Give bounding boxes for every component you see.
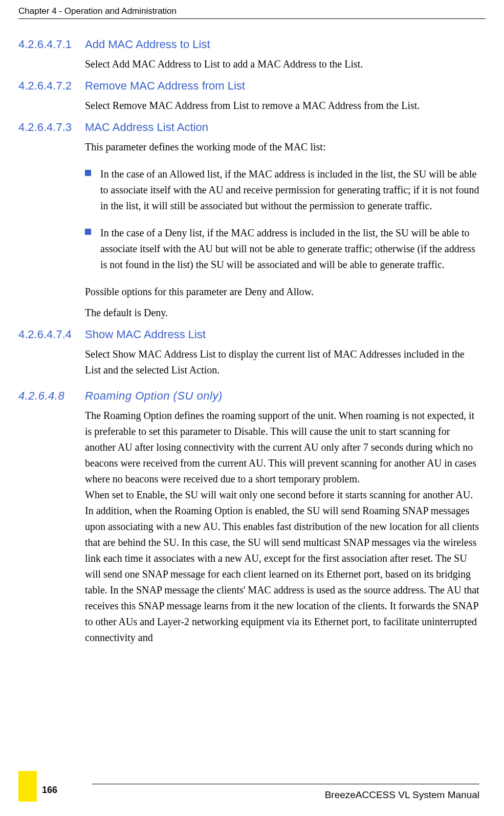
body-paragraph: The Roaming Option defines the roaming s…	[85, 408, 479, 646]
section-heading-1: 4.2.6.4.7.1 Add MAC Address to List	[18, 38, 479, 51]
body-paragraph: Select Add MAC Address to List to add a …	[85, 56, 479, 72]
section-number: 4.2.6.4.7.3	[18, 121, 85, 134]
section-heading-2: 4.2.6.4.7.2 Remove MAC Address from List	[18, 79, 479, 93]
square-bullet-icon	[85, 170, 91, 176]
chapter-header: Chapter 4 - Operation and Administration	[18, 6, 486, 16]
header-rule	[18, 18, 486, 19]
square-bullet-icon	[85, 229, 91, 235]
list-text: In the case of a Deny list, if the MAC a…	[100, 225, 479, 273]
section-title: MAC Address List Action	[85, 121, 208, 134]
list-item: In the case of a Deny list, if the MAC a…	[85, 225, 479, 273]
section-number: 4.2.6.4.7.2	[18, 79, 85, 93]
body-paragraph: Select Remove MAC Address from List to r…	[85, 98, 479, 114]
page-marker-box	[18, 771, 37, 802]
body-paragraph: This parameter defines the working mode …	[85, 139, 479, 155]
section-title: Add MAC Address to List	[85, 38, 210, 51]
section-heading-3: 4.2.6.4.7.3 MAC Address List Action	[18, 121, 479, 134]
section-title: Roaming Option (SU only)	[85, 389, 223, 403]
body-paragraph: Possible options for this parameter are …	[85, 284, 479, 300]
manual-title: BreezeACCESS VL System Manual	[0, 789, 479, 801]
page-number: 166	[42, 785, 57, 796]
body-paragraph: Select Show MAC Address List to display …	[85, 346, 479, 378]
section-title: Remove MAC Address from List	[85, 79, 245, 93]
section-title: Show MAC Address List	[85, 328, 206, 341]
list-item: In the case of an Allowed list, if the M…	[85, 166, 479, 214]
section-heading-5: 4.2.6.4.8 Roaming Option (SU only)	[18, 389, 479, 403]
list-text: In the case of an Allowed list, if the M…	[100, 166, 479, 214]
section-number: 4.2.6.4.7.4	[18, 328, 85, 341]
section-number: 4.2.6.4.8	[18, 389, 85, 403]
section-number: 4.2.6.4.7.1	[18, 38, 85, 51]
body-paragraph: The default is Deny.	[85, 305, 479, 321]
footer-rule	[92, 784, 479, 784]
section-heading-4: 4.2.6.4.7.4 Show MAC Address List	[18, 328, 479, 341]
